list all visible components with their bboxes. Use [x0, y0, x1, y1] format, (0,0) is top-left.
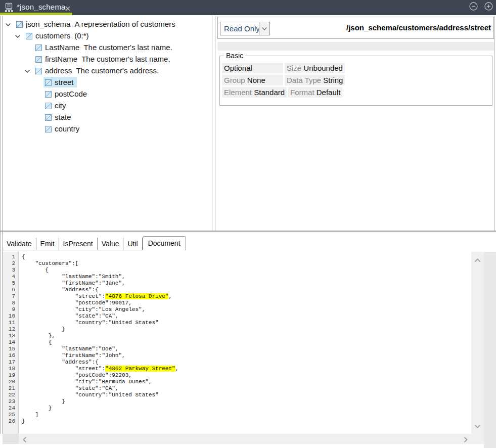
- line-number: 24: [3, 405, 18, 412]
- tab-value[interactable]: Value: [98, 238, 124, 250]
- tab-validate[interactable]: Validate: [3, 238, 36, 250]
- chevron-down-icon[interactable]: [24, 67, 30, 73]
- vertical-scrollbar[interactable]: [471, 252, 484, 434]
- tree-node-address[interactable]: addressThe customer's address.: [3, 65, 211, 76]
- tree-item[interactable]: json_schemaA representation of customers: [15, 19, 178, 29]
- tree-item[interactable]: country: [43, 123, 82, 134]
- properties-toolbar-strip: [217, 42, 494, 51]
- scroll-right-icon[interactable]: [464, 436, 468, 445]
- splitter-left-line[interactable]: [212, 16, 212, 231]
- code-line[interactable]: ]: [22, 412, 178, 418]
- tree-node-postCode[interactable]: postCode: [3, 88, 211, 100]
- tree-node-label: city: [55, 101, 66, 110]
- tree-node-street[interactable]: street: [3, 76, 211, 88]
- tree-node-label: street: [55, 78, 74, 86]
- prop-value: String: [323, 76, 343, 84]
- line-number: 14: [3, 339, 18, 346]
- element-icon: [16, 21, 23, 27]
- prop-value: Unbounded: [303, 64, 343, 72]
- scroll-down-icon[interactable]: [474, 421, 481, 430]
- tree-node-json_schema[interactable]: json_schemaA representation of customers: [3, 18, 211, 30]
- code-line[interactable]: "street":"4876 Felosa Drive",: [22, 293, 178, 300]
- code-line[interactable]: "state":"CA",: [22, 313, 178, 320]
- document-tab-title[interactable]: *json_schema: [17, 3, 66, 11]
- highlighted-value: "4876 Felosa Drive": [105, 293, 168, 299]
- line-number: 10: [3, 313, 18, 320]
- tree-node-customers[interactable]: customers(0:*): [3, 30, 211, 41]
- code-line[interactable]: "country":"United States": [22, 320, 178, 326]
- tab-emit[interactable]: Emit: [36, 238, 59, 250]
- tree-item[interactable]: city: [43, 100, 69, 111]
- splitter-right-line[interactable]: [215, 16, 215, 231]
- line-number: 3: [3, 267, 18, 274]
- scroll-left-icon[interactable]: [23, 436, 27, 445]
- bottom-tabstrip: ValidateEmitIsPresentValueUtilDocument: [3, 236, 186, 250]
- code-line[interactable]: "state":"CA",: [22, 385, 178, 392]
- code-line[interactable]: "country":"United States": [22, 392, 178, 398]
- code-line[interactable]: "address":{: [22, 359, 178, 366]
- code-line[interactable]: {: [22, 339, 178, 346]
- code-editor[interactable]: { "customers":[ { "lastName":"Smith", "f…: [22, 252, 178, 425]
- code-line[interactable]: {: [22, 254, 178, 260]
- zoom-out-icon[interactable]: [469, 2, 478, 11]
- tree-node-city[interactable]: city: [3, 100, 211, 111]
- code-line[interactable]: "lastName":"Doe",: [22, 346, 178, 352]
- code-line[interactable]: }: [22, 418, 178, 425]
- code-line[interactable]: },: [22, 333, 178, 339]
- prop-label: Data Type: [287, 76, 323, 84]
- line-number: 15: [3, 346, 18, 352]
- tree-node-LastName[interactable]: LastNameThe customer's last name.: [3, 41, 211, 53]
- tree-item[interactable]: firstNameThe customer's last name.: [34, 54, 173, 64]
- code-line[interactable]: }: [22, 398, 178, 405]
- tree-item[interactable]: customers(0:*): [24, 30, 92, 41]
- code-line[interactable]: "postCode":90017,: [22, 300, 178, 306]
- code-line[interactable]: }: [22, 326, 178, 333]
- tab-ispresent[interactable]: IsPresent: [59, 238, 98, 250]
- tree-node-label: customers: [35, 31, 70, 40]
- tree-item[interactable]: state: [43, 112, 74, 122]
- code-line[interactable]: {: [22, 267, 178, 274]
- chevron-down-icon[interactable]: [15, 32, 21, 38]
- tree-item[interactable]: postCode: [43, 88, 90, 99]
- tree-node-label: LastName: [45, 43, 79, 52]
- line-number: 5: [3, 280, 18, 287]
- tree-node-country[interactable]: country: [3, 123, 211, 135]
- line-number: 21: [3, 385, 18, 392]
- code-line[interactable]: }: [22, 405, 178, 412]
- tree-node-firstName[interactable]: firstNameThe customer's last name.: [3, 53, 211, 65]
- tree-node-state[interactable]: state: [3, 111, 211, 123]
- code-line[interactable]: "lastName":"Smith",: [22, 274, 178, 280]
- zoom-in-icon[interactable]: [484, 2, 493, 11]
- element-icon: [35, 56, 42, 62]
- mode-dropdown[interactable]: Read Only: [220, 22, 270, 35]
- code-line[interactable]: "firstName":"Jane",: [22, 280, 178, 287]
- code-line[interactable]: "street":"4862 Parkway Street",: [22, 366, 178, 372]
- tree-item[interactable]: addressThe customer's address.: [34, 65, 162, 76]
- horizontal-scrollbar[interactable]: [19, 434, 484, 444]
- scrollbar-corner: [3, 434, 19, 444]
- prop-value: Default: [317, 88, 341, 97]
- tree-node-label: json_schema: [26, 20, 70, 28]
- code-line[interactable]: "city":"Los Angeles",: [22, 306, 178, 313]
- tab-util[interactable]: Util: [123, 238, 142, 250]
- code-line[interactable]: "customers":[: [22, 260, 178, 267]
- code-line[interactable]: "address":{: [22, 287, 178, 293]
- close-icon[interactable]: [65, 5, 71, 11]
- line-number: 2: [3, 260, 18, 267]
- tree-item[interactable]: LastNameThe customer's last name.: [34, 42, 175, 53]
- line-number: 7: [3, 293, 18, 300]
- code-line[interactable]: "postCode":92203,: [22, 372, 178, 379]
- scroll-up-icon[interactable]: [474, 255, 481, 264]
- selected-tree-item[interactable]: street: [43, 77, 77, 87]
- window-right-border: [494, 16, 494, 231]
- basic-group-title: Basic: [224, 52, 245, 60]
- tree-node-description: The customer's last name.: [83, 43, 172, 52]
- code-line[interactable]: "city":"Bermuda Dunes",: [22, 379, 178, 385]
- chevron-down-icon[interactable]: [5, 21, 11, 27]
- code-line[interactable]: "firstName":"John",: [22, 352, 178, 359]
- chevron-down-icon[interactable]: [259, 22, 269, 35]
- prop-value: Optional: [224, 64, 252, 72]
- tab-document[interactable]: Document: [143, 236, 186, 250]
- tree-node-description: The customer's last name.: [81, 55, 170, 63]
- element-icon: [45, 79, 52, 85]
